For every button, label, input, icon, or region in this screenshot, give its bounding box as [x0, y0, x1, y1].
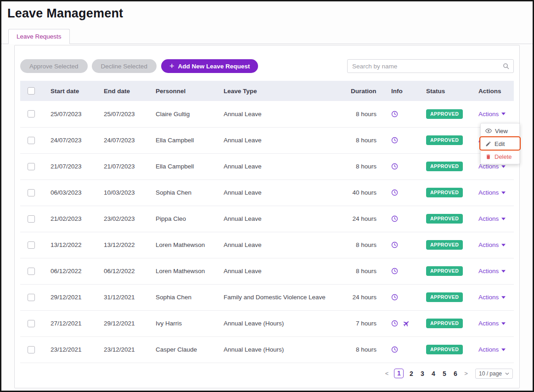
start-date-cell: 21/07/2023 — [43, 153, 96, 179]
toolbar: Approve Selected Decline Selected + Add … — [20, 59, 514, 73]
row-actions-button[interactable]: Actions — [478, 189, 506, 196]
dropdown-item-view[interactable]: View — [481, 124, 519, 137]
plane-icon[interactable] — [403, 320, 410, 327]
tab-leave-requests[interactable]: Leave Requests — [8, 29, 70, 44]
table-header-row: Start date End date Personnel Leave Type… — [20, 81, 514, 101]
table-row: 27/12/2021 29/12/2021 Ivy Harris Annual … — [20, 310, 514, 336]
row-actions-button[interactable]: Actions — [478, 320, 506, 327]
tab-bar: Leave Requests — [1, 29, 533, 44]
col-header-leave-type: Leave Type — [216, 81, 343, 101]
pagination-page-5[interactable]: 5 — [441, 370, 448, 377]
pagination-prev[interactable]: < — [384, 370, 390, 377]
start-date-cell: 29/12/2021 — [43, 284, 96, 310]
leave-management-page: Leave Management Leave Requests Approve … — [0, 0, 534, 392]
clock-info-icon[interactable] — [391, 294, 398, 301]
pagination-page-6[interactable]: 6 — [452, 370, 459, 377]
clock-info-icon[interactable] — [391, 163, 398, 170]
pagination-page-1[interactable]: 1 — [394, 369, 404, 378]
pagination-page-3[interactable]: 3 — [419, 370, 426, 377]
row-checkbox[interactable] — [28, 346, 35, 353]
page-size-select[interactable]: 10 / page — [475, 369, 513, 379]
status-badge: APPROVED — [426, 292, 463, 302]
search-box — [347, 59, 514, 73]
col-header-duration: Duration — [343, 81, 384, 101]
leave-type-cell: Annual Leave — [216, 153, 343, 179]
chevron-down-icon — [501, 296, 506, 299]
row-checkbox[interactable] — [28, 189, 35, 196]
row-actions-label: Actions — [478, 294, 499, 301]
personnel-cell: Sophia Chen — [148, 179, 216, 206]
status-badge: APPROVED — [426, 266, 463, 276]
row-actions-button[interactable]: Actions — [478, 268, 506, 274]
row-actions-button[interactable]: Actions — [478, 294, 506, 301]
clock-info-icon[interactable] — [391, 320, 398, 327]
pagination-page-2[interactable]: 2 — [408, 370, 415, 377]
duration-cell: 24 hours — [343, 284, 384, 310]
clock-info-icon[interactable] — [391, 137, 398, 144]
status-badge: APPROVED — [426, 214, 463, 224]
end-date-cell: 29/12/2021 — [96, 310, 148, 336]
search-input[interactable] — [347, 59, 514, 73]
pagination-page-4[interactable]: 4 — [430, 370, 437, 377]
leave-type-cell: Family and Domestic Violence Leave — [216, 284, 343, 310]
pagination-next[interactable]: > — [463, 370, 469, 377]
personnel-cell: Ella Campbell — [148, 153, 216, 179]
clock-info-icon[interactable] — [391, 346, 398, 353]
add-leave-request-button[interactable]: + Add New Leave Request — [161, 59, 258, 73]
row-checkbox[interactable] — [28, 110, 35, 118]
col-header-start-date: Start date — [43, 81, 96, 101]
approve-selected-button[interactable]: Approve Selected — [20, 59, 88, 73]
row-actions-button[interactable]: Actions — [478, 215, 506, 222]
status-badge: APPROVED — [426, 240, 463, 250]
personnel-cell: Ivy Harris — [148, 310, 216, 336]
row-actions-button[interactable]: Actions — [478, 346, 506, 353]
table-row: 25/07/2023 25/07/2023 Claire Gultig Annu… — [20, 101, 514, 127]
select-all-checkbox[interactable] — [28, 87, 35, 95]
chevron-down-icon — [501, 348, 506, 351]
row-checkbox[interactable] — [28, 163, 35, 170]
chevron-down-icon — [501, 112, 506, 115]
clock-info-icon[interactable] — [391, 268, 398, 274]
row-actions-button[interactable]: Actions — [478, 241, 506, 248]
start-date-cell: 06/03/2023 — [43, 179, 96, 206]
leave-type-cell: Annual Leave (Hours) — [216, 336, 343, 363]
row-checkbox[interactable] — [28, 294, 35, 301]
leave-type-cell: Annual Leave — [216, 127, 343, 153]
pagination-pages: 123456 — [394, 369, 459, 378]
duration-cell: 8 hours — [343, 101, 384, 127]
add-leave-request-label: Add New Leave Request — [178, 63, 250, 70]
clock-info-icon[interactable] — [391, 111, 398, 118]
chevron-down-icon — [501, 270, 506, 273]
row-checkbox[interactable] — [28, 320, 35, 327]
dropdown-item-delete[interactable]: Delete — [481, 150, 519, 163]
end-date-cell: 23/12/2021 — [96, 336, 148, 363]
leave-type-cell: Annual Leave — [216, 179, 343, 206]
dropdown-item-view-label: View — [495, 128, 508, 134]
duration-cell: 7 hours — [343, 310, 384, 336]
end-date-cell: 23/02/2023 — [96, 206, 148, 232]
clock-info-icon[interactable] — [391, 215, 398, 222]
start-date-cell: 25/07/2023 — [43, 101, 96, 127]
table-row: 06/12/2022 06/12/2022 Loren Mathewson An… — [20, 258, 514, 284]
row-checkbox[interactable] — [28, 215, 35, 223]
leave-type-cell: Annual Leave (Hours) — [216, 310, 343, 336]
table-row: 29/12/2021 31/12/2021 Sophia Chen Family… — [20, 284, 514, 310]
clock-info-icon[interactable] — [391, 189, 398, 196]
row-actions-label: Actions — [478, 268, 499, 274]
row-checkbox[interactable] — [28, 137, 35, 144]
search-icon — [502, 62, 510, 70]
row-actions-button[interactable]: Actions — [478, 111, 506, 118]
decline-selected-button[interactable]: Decline Selected — [92, 59, 157, 73]
personnel-cell: Sophia Chen — [148, 284, 216, 310]
leave-type-cell: Annual Leave — [216, 232, 343, 258]
duration-cell: 8 hours — [343, 127, 384, 153]
clock-info-icon[interactable] — [391, 241, 398, 248]
leave-type-cell: Annual Leave — [216, 258, 343, 284]
chevron-down-icon — [501, 218, 506, 220]
table-body: 25/07/2023 25/07/2023 Claire Gultig Annu… — [20, 101, 514, 363]
dropdown-item-edit[interactable]: Edit — [481, 137, 519, 150]
row-checkbox[interactable] — [28, 268, 35, 275]
pagination: < 123456 > 10 / page — [20, 369, 514, 379]
leave-requests-table: Start date End date Personnel Leave Type… — [20, 81, 514, 363]
row-checkbox[interactable] — [28, 241, 35, 249]
